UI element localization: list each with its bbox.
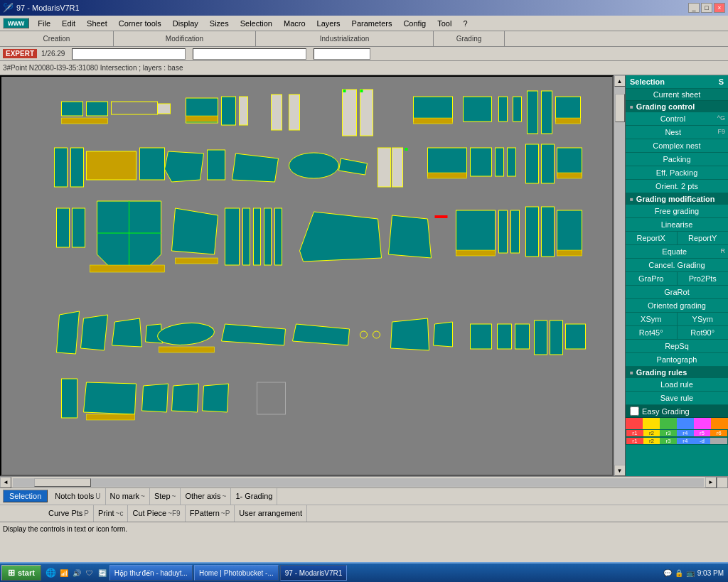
scroll-track[interactable] [614,87,625,465]
other-axis-btn[interactable]: Other axis ~ [181,488,231,505]
fpattern-btn[interactable]: FPattern ~P [186,505,235,522]
ie-icon[interactable]: 🌐 [46,567,57,578]
menu-sizes[interactable]: Sizes [204,18,235,29]
menu-corner-tools[interactable]: Corner tools [113,18,167,29]
btn-linearise[interactable]: Linearise [626,218,728,232]
color-btn-r1[interactable]: r1 [626,430,643,436]
color-r2-2[interactable]: r2 [643,438,660,444]
color-r3-2[interactable]: r3 [660,438,677,444]
color-btn-r6[interactable]: r6 [710,430,727,436]
minimize-button[interactable]: _ [688,3,700,13]
sync-icon[interactable]: 🔄 [97,567,108,578]
start-button[interactable]: ⊞ start [1,565,41,581]
scroll-down-button[interactable]: ▼ [614,465,626,476]
svg-marker-31 [232,153,279,182]
svg-rect-24 [556,118,581,124]
scroll-up-button[interactable]: ▲ [614,75,626,87]
btn-save-rule[interactable]: Save rule [626,392,728,405]
taskbar-item-1[interactable]: Home | Photobucket -... [194,565,279,581]
color-r2 [643,418,660,429]
btn-xsym[interactable]: XSym [626,313,678,325]
btn-repsq[interactable]: RepSq [626,340,728,353]
maximize-button[interactable]: □ [701,3,712,13]
easy-grading-checkbox[interactable] [630,406,639,416]
network-icon[interactable]: 📶 [58,567,70,578]
horizontal-scrollbar-area[interactable]: ◄ ► [0,476,728,487]
color-r1-2[interactable]: r1 [626,438,643,444]
section-grading-mod: Grading modification [626,193,728,205]
svg-rect-22 [542,91,552,134]
scroll-thumb-h[interactable] [34,478,91,487]
www-button[interactable]: www [3,18,29,28]
canvas-area[interactable] [0,75,614,476]
menu-macro[interactable]: Macro [278,18,311,29]
btn-orient-2pts[interactable]: Orient. 2 pts [626,180,728,193]
selection-button[interactable]: Selection [3,490,48,502]
print-btn[interactable]: Print ~c [94,505,128,522]
menu-layers[interactable]: Layers [311,18,346,29]
expert-date: 1/26.29 [41,50,65,58]
color-r4-3[interactable]: -d [694,438,711,444]
curve-pts-btn[interactable]: Curve Pts P [44,505,94,522]
cut-piece-btn[interactable]: Cut Piece ~F9 [128,505,185,522]
main-area: ▲ ▼ Selection S Current sheet Grading co… [0,75,728,487]
btn-free-grading[interactable]: Free grading [626,205,728,218]
menu-display[interactable]: Display [167,18,204,29]
expert-input2[interactable] [193,48,306,60]
btn-reportx[interactable]: ReportX [626,232,678,244]
step-btn[interactable]: Step ~ [150,488,181,505]
audio-icon[interactable]: 🔊 [71,567,82,578]
scroll-thumb[interactable] [615,94,625,122]
btn-pro2pts[interactable]: Pro2Pts [678,272,729,285]
btn-equate[interactable]: Equate R [626,245,728,259]
vertical-scrollbar[interactable]: ▲ ▼ [614,75,625,476]
menu-help[interactable]: ? [457,18,473,29]
menu-sheet[interactable]: Sheet [81,18,113,29]
no-mark-btn[interactable]: No mark ~ [106,488,150,505]
btn-pantograph[interactable]: Pantograph [626,353,728,367]
taskbar-item-2[interactable]: 97 - ModarisV7R1 [280,565,348,581]
btn-grapro[interactable]: GraPro [626,272,678,285]
btn-cancel-grading[interactable]: Cancel. Grading [626,259,728,272]
color-btn-r3[interactable]: r3 [660,430,677,436]
btn-oriented-grading[interactable]: Oriented grading [626,299,728,313]
color-r4 [677,418,694,429]
expert-input3[interactable] [314,48,370,60]
user-arrangement-btn[interactable]: User arrangement [235,505,307,522]
menu-selection[interactable]: Selection [235,18,278,29]
notch-tools-btn[interactable]: Notch tools U [50,488,105,505]
btn-nest[interactable]: Nest F9 [626,126,728,139]
menu-config[interactable]: Config [397,18,432,29]
btn-rot45[interactable]: Rot45° [626,326,678,339]
menu-tool[interactable]: Tool [432,18,457,29]
color-btn-r2[interactable]: r2 [643,430,660,436]
btn-grarot[interactable]: GraRot [626,286,728,299]
btn-reporty[interactable]: ReportY [678,232,729,244]
color-r4-2[interactable]: r4 [677,438,694,444]
security-icon[interactable]: 🛡 [84,567,95,578]
scroll-left-button[interactable]: ◄ [0,477,11,488]
btn-load-rule[interactable]: Load rule [626,378,728,392]
color-btn-r5[interactable]: r5 [694,430,711,436]
close-button[interactable]: × [714,3,725,13]
btn-rot90[interactable]: Rot90° [678,326,729,339]
svg-rect-11 [289,95,300,130]
btn-ysym[interactable]: YSym [678,313,729,325]
taskbar-item-0[interactable]: Hộp thư đến - haduyt... [109,565,193,581]
btn-control[interactable]: Control ^G [626,112,728,126]
scroll-right-button[interactable]: ► [705,477,717,488]
scroll-track-h[interactable] [13,478,704,487]
svg-rect-94 [257,382,286,414]
svg-rect-45 [557,173,582,178]
color-btn-r4[interactable]: r4 [677,430,694,436]
grading-btn[interactable]: 1- Grading [231,488,277,505]
svg-point-32 [289,153,339,178]
menu-edit[interactable]: Edit [56,18,81,29]
expert-input[interactable] [72,48,186,60]
menu-file[interactable]: File [32,18,56,29]
btn-eff-packing[interactable]: Eff. Packing [626,166,728,180]
menu-parameters[interactable]: Parameters [346,18,398,29]
btn-complex-nest[interactable]: Complex nest [626,139,728,153]
color-neutral[interactable] [710,438,727,444]
btn-packing[interactable]: Packing [626,153,728,166]
